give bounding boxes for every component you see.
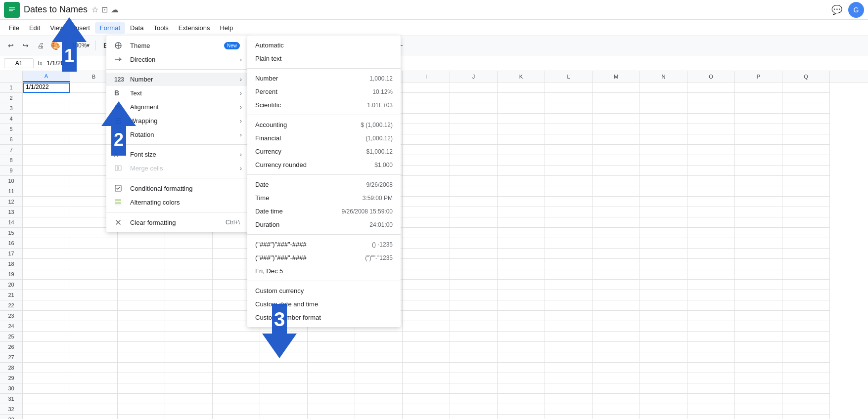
cell[interactable] [782,93,830,103]
cell[interactable] [545,352,593,363]
cell[interactable] [545,332,593,342]
row-number[interactable]: 3 [0,103,23,114]
cell[interactable] [735,269,782,280]
row-number[interactable]: 6 [0,134,23,145]
cell[interactable] [213,394,260,404]
cell[interactable] [23,321,70,332]
cell[interactable] [403,155,450,166]
num-custom-format[interactable]: Custom number format [247,311,401,324]
cell[interactable] [545,259,593,269]
cell[interactable] [593,238,640,249]
row-number[interactable]: 27 [0,352,23,363]
cell[interactable] [118,321,165,332]
cell[interactable] [118,383,165,394]
cell[interactable] [782,114,830,124]
cell[interactable] [593,83,640,93]
col-header-p[interactable]: P [735,71,782,82]
cell[interactable] [545,300,593,311]
cell[interactable] [593,280,640,290]
cell[interactable] [118,300,165,311]
cell[interactable] [403,321,450,332]
row-number[interactable]: 30 [0,383,23,394]
cell[interactable] [782,217,830,228]
num-datetime[interactable]: Date time 9/26/2008 15:59:00 [247,205,401,218]
cell[interactable] [355,373,403,383]
cell[interactable] [545,249,593,259]
cell[interactable] [593,124,640,134]
cell[interactable] [687,83,735,93]
cell[interactable] [498,249,545,259]
cell[interactable] [403,103,450,114]
cell[interactable] [403,383,450,394]
cell[interactable] [498,363,545,373]
row-number[interactable]: 26 [0,342,23,352]
print-button[interactable]: 🖨 [34,39,47,52]
cell[interactable] [355,404,403,415]
cell[interactable] [782,124,830,134]
cell[interactable] [687,404,735,415]
format-theme-item[interactable]: Theme New [106,39,250,52]
cell[interactable] [687,145,735,155]
cell[interactable] [260,373,308,383]
cell[interactable] [118,249,165,259]
account-avatar[interactable]: G [848,2,864,18]
cell[interactable] [498,373,545,383]
cell[interactable] [782,103,830,114]
cell[interactable] [687,383,735,394]
cell[interactable] [70,394,118,404]
format-conditional-item[interactable]: Conditional formatting [106,181,250,195]
cell[interactable] [308,332,355,342]
cell[interactable] [165,342,213,352]
cell[interactable] [498,197,545,207]
cell[interactable] [355,352,403,363]
cell[interactable] [23,114,70,124]
cell[interactable] [118,342,165,352]
num-fri[interactable]: Fri, Dec 5 [247,264,401,278]
cell[interactable] [498,155,545,166]
cell[interactable] [640,83,687,93]
cell[interactable] [593,93,640,103]
menu-tools[interactable]: Tools [148,22,173,34]
cell[interactable] [782,249,830,259]
cell[interactable] [735,394,782,404]
cell[interactable] [23,93,70,103]
cell[interactable] [640,363,687,373]
cell[interactable] [403,83,450,93]
cell[interactable] [735,280,782,290]
cell[interactable] [735,134,782,145]
format-direction-item[interactable]: Direction › [106,52,250,66]
cell[interactable] [70,363,118,373]
row-number[interactable]: 22 [0,300,23,311]
cell[interactable] [403,404,450,415]
cell[interactable] [593,249,640,259]
cell[interactable] [782,373,830,383]
cell[interactable] [118,238,165,249]
cell[interactable] [403,249,450,259]
cell[interactable] [782,404,830,415]
cell[interactable] [735,383,782,394]
row-number[interactable]: 9 [0,166,23,176]
col-header-o[interactable]: O [687,71,735,82]
cell[interactable] [593,394,640,404]
cell[interactable] [782,145,830,155]
cell[interactable] [498,238,545,249]
num-plaintext[interactable]: Plain text [247,52,401,65]
cell[interactable] [260,415,308,419]
cell[interactable]: 1/1/2022 [23,83,70,93]
cell[interactable] [640,155,687,166]
cell[interactable] [640,186,687,197]
cell[interactable] [70,300,118,311]
redo-button[interactable]: ↪ [19,39,33,52]
cell[interactable] [403,217,450,228]
cell[interactable] [593,207,640,217]
cell[interactable] [782,269,830,280]
cell[interactable] [165,321,213,332]
cell[interactable] [450,93,498,103]
cell[interactable] [403,124,450,134]
cell[interactable] [23,342,70,352]
cell[interactable] [545,321,593,332]
cell[interactable] [593,269,640,280]
cell[interactable] [213,404,260,415]
cell[interactable] [687,197,735,207]
cell[interactable] [782,176,830,186]
